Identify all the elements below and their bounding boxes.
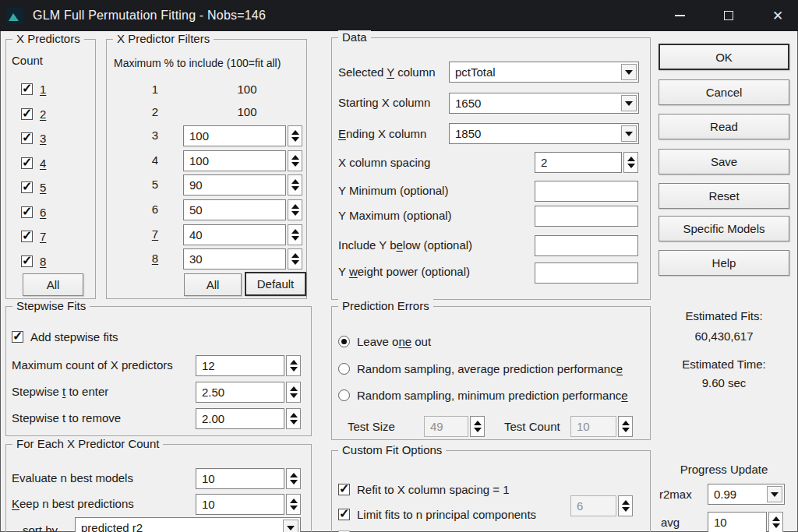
read-button[interactable]: Read bbox=[659, 114, 789, 139]
y-weight-power-input[interactable] bbox=[535, 262, 638, 284]
spinner-buttons[interactable] bbox=[288, 125, 302, 146]
spinner-buttons[interactable] bbox=[288, 150, 302, 171]
selected-y-combo[interactable]: pctTotal bbox=[449, 62, 639, 83]
filter-row-number: 2 bbox=[147, 105, 163, 118]
spinner-buttons[interactable] bbox=[286, 494, 301, 515]
evaluate-n-input[interactable]: 10 bbox=[196, 468, 284, 489]
spinner-buttons[interactable] bbox=[288, 248, 302, 270]
reset-button[interactable]: Reset bbox=[659, 183, 789, 209]
checkbox-icon bbox=[21, 108, 33, 120]
predictors-all-button[interactable]: All bbox=[23, 273, 83, 296]
include-y-below-input[interactable] bbox=[535, 235, 638, 256]
predictor-count-checkbox-6[interactable]: 6 bbox=[21, 206, 46, 219]
predictor-count-checkbox-5[interactable]: 5 bbox=[21, 181, 46, 194]
filter-value-input[interactable]: 50 bbox=[183, 199, 286, 220]
dropdown-button[interactable] bbox=[767, 486, 782, 502]
prediction-errors-group-title: Prediction Errors bbox=[338, 299, 433, 312]
keep-n-input[interactable]: 10 bbox=[196, 494, 284, 515]
x-predictors-group: X Predictors Count 1 2 3 4 5 6 7 8 All bbox=[5, 39, 96, 299]
filters-all-button[interactable]: All bbox=[184, 273, 242, 296]
specific-models-button[interactable]: Specific Models bbox=[659, 216, 789, 241]
save-button[interactable]: Save bbox=[659, 149, 789, 174]
filters-default-button[interactable]: Default bbox=[245, 272, 306, 296]
spinner-buttons[interactable] bbox=[286, 468, 301, 489]
max-count-input[interactable]: 12 bbox=[196, 355, 284, 376]
n-components-spinner: 6 bbox=[570, 495, 633, 516]
spin-down-icon bbox=[627, 164, 635, 168]
add-stepwise-fits-checkbox[interactable]: Add stepwise fits bbox=[12, 330, 118, 344]
spinner-buttons[interactable] bbox=[618, 416, 633, 437]
estimated-fits-value: 60,430,617 bbox=[659, 329, 789, 343]
leave-one-out-radio[interactable]: Leave one out bbox=[338, 335, 431, 348]
r2max-combo[interactable]: 0.99 bbox=[708, 484, 785, 505]
spin-down-icon bbox=[622, 507, 630, 512]
spinner-buttons[interactable] bbox=[623, 152, 638, 173]
filter-value-input[interactable]: 100 bbox=[183, 125, 286, 146]
filter-value-input[interactable]: 90 bbox=[183, 174, 286, 196]
sort-by-label: sort by bbox=[23, 523, 58, 532]
checkbox-icon bbox=[21, 83, 33, 95]
spin-down-icon bbox=[290, 367, 298, 372]
chevron-down-icon bbox=[625, 101, 633, 106]
dropdown-button[interactable] bbox=[283, 520, 298, 532]
dropdown-button[interactable] bbox=[621, 125, 637, 142]
filter-row-number: 3 bbox=[147, 129, 163, 142]
spinner-buttons[interactable] bbox=[286, 382, 301, 403]
ok-button[interactable]: OK bbox=[659, 44, 789, 70]
t-enter-input[interactable]: 2.50 bbox=[196, 382, 284, 403]
predictor-count-checkbox-1[interactable]: 1 bbox=[21, 83, 46, 96]
limit-principal-components-checkbox[interactable]: Limit fits to n principal components bbox=[338, 508, 536, 521]
dropdown-button[interactable] bbox=[621, 95, 637, 111]
filter-value-input[interactable]: 100 bbox=[183, 150, 286, 171]
sort-by-combo[interactable]: predicted r2 bbox=[75, 517, 301, 532]
minimize-button[interactable] bbox=[662, 0, 697, 31]
checkbox-label: 7 bbox=[40, 230, 46, 243]
y-min-input[interactable] bbox=[535, 181, 638, 202]
spin-down-icon bbox=[474, 428, 482, 432]
predictor-count-checkbox-3[interactable]: 3 bbox=[21, 132, 46, 145]
spinner-buttons[interactable] bbox=[286, 408, 301, 429]
y-max-input[interactable] bbox=[535, 206, 638, 227]
filter-row-number: 5 bbox=[147, 178, 163, 191]
close-button[interactable]: ✕ bbox=[760, 0, 796, 31]
avg-input[interactable]: 10 bbox=[708, 512, 767, 532]
spinner-buttons[interactable] bbox=[288, 174, 302, 196]
spinner-buttons[interactable] bbox=[286, 355, 301, 376]
dialog-body: X Predictors Count 1 2 3 4 5 6 7 8 All X… bbox=[0, 31, 798, 532]
refit-spacing-checkbox[interactable]: Refit to X column spacing = 1 bbox=[338, 483, 510, 496]
checkbox-icon bbox=[12, 331, 23, 343]
starting-x-combo[interactable]: 1650 bbox=[449, 93, 639, 114]
t-remove-input[interactable]: 2.00 bbox=[196, 408, 284, 429]
checkbox-icon bbox=[338, 509, 350, 520]
filter-row-number: 4 bbox=[147, 153, 163, 167]
spin-up-icon bbox=[291, 229, 299, 234]
checkbox-label: Refit to X column spacing = 1 bbox=[357, 483, 510, 496]
predictor-count-checkbox-4[interactable]: 4 bbox=[21, 157, 46, 170]
predictor-count-checkbox-8[interactable]: 8 bbox=[21, 255, 46, 268]
spin-up-icon bbox=[291, 179, 299, 184]
filter-value-input[interactable]: 30 bbox=[183, 248, 286, 270]
filter-value-input[interactable]: 40 bbox=[183, 224, 286, 245]
radio-label: Random sampling, minimum prediction perf… bbox=[357, 389, 628, 402]
chevron-down-icon bbox=[771, 492, 779, 497]
spinner-buttons[interactable] bbox=[768, 512, 783, 532]
spinner-buttons[interactable] bbox=[470, 416, 485, 437]
checkbox-label: 3 bbox=[40, 132, 46, 145]
help-button[interactable]: Help bbox=[659, 250, 789, 276]
test-size-label: Test Size bbox=[348, 420, 395, 433]
ending-x-combo[interactable]: 1850 bbox=[449, 123, 639, 144]
x-spacing-input[interactable]: 2 bbox=[535, 152, 622, 173]
predictor-count-checkbox-2[interactable]: 2 bbox=[21, 107, 46, 121]
random-average-radio[interactable]: Random sampling, average prediction perf… bbox=[338, 362, 623, 375]
maximize-button[interactable] bbox=[711, 0, 747, 31]
avg-label: avg bbox=[661, 516, 680, 529]
dropdown-button[interactable] bbox=[621, 64, 637, 80]
spinner-buttons[interactable] bbox=[288, 199, 302, 220]
spinner-buttons[interactable] bbox=[618, 495, 633, 516]
close-icon: ✕ bbox=[772, 9, 783, 23]
spin-down-icon bbox=[291, 260, 299, 265]
random-minimum-radio[interactable]: Random sampling, minimum prediction perf… bbox=[338, 389, 628, 402]
predictor-count-checkbox-7[interactable]: 7 bbox=[21, 230, 46, 243]
spinner-buttons[interactable] bbox=[288, 224, 302, 245]
cancel-button[interactable]: Cancel bbox=[659, 79, 789, 105]
